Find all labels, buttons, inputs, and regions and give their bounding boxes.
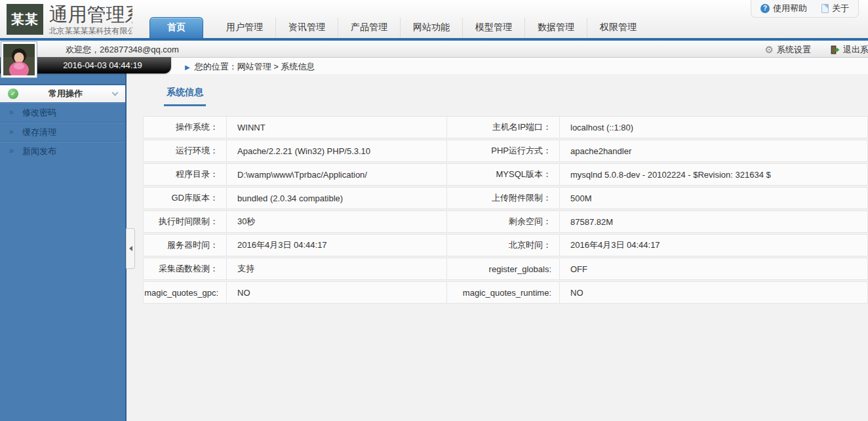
info-label: 服务器时间： (143, 234, 227, 256)
sidebar-item-label: 修改密码 (22, 108, 56, 117)
info-label: register_globals: (447, 258, 560, 280)
table-row: 操作系统： WINNT 主机名IP端口： localhost (::1:80) (143, 116, 868, 138)
avatar-image (3, 44, 35, 75)
tab-permission-management[interactable]: 权限管理 (587, 18, 649, 38)
system-info-table: 操作系统： WINNT 主机名IP端口： localhost (::1:80) … (143, 115, 868, 305)
sidebar-item-change-password[interactable]: » 修改密码 (0, 103, 125, 122)
sidebar-collapse-handle[interactable] (126, 228, 135, 269)
table-row: 执行时间限制： 30秒 剩余空间： 87587.82M (143, 210, 868, 233)
user-bar: 欢迎您，262877348@qq.com ⚙ 系统设置 退出系统 (0, 41, 868, 58)
sidebar-section-common-operations[interactable]: ✓ 常用操作 (0, 84, 125, 103)
collapse-arrow-icon (129, 246, 132, 251)
info-label: GD库版本： (143, 187, 227, 209)
table-row: 程序目录： D:\wamp\www\Tprbac/Application/ MY… (143, 163, 868, 186)
company-subtitle: 北京某某某某科技有限公司 (49, 26, 132, 37)
info-value: NO (560, 281, 868, 304)
help-button[interactable]: ? 使用帮助 (760, 3, 807, 14)
info-label: 主机名IP端口： (447, 116, 560, 138)
gear-icon: ⚙ (765, 45, 774, 54)
info-label: 执行时间限制： (143, 210, 227, 233)
info-label: 采集函数检测： (143, 258, 227, 280)
chevron-down-icon (112, 89, 119, 96)
tab-data-management[interactable]: 数据管理 (525, 18, 587, 38)
info-value: 2016年4月3日 04:44:17 (560, 234, 868, 256)
info-value: 支持 (227, 258, 447, 280)
tab-model-management[interactable]: 模型管理 (463, 18, 525, 38)
breadcrumb-arrow-icon: ▶ (185, 64, 190, 71)
info-value: 30秒 (227, 210, 447, 233)
breadcrumb: ▶您的位置：网站管理 > 系统信息 (185, 58, 315, 76)
sidebar-item-label: 缓存清理 (22, 127, 56, 137)
info-value: D:\wamp\www\Tprbac/Application/ (227, 163, 447, 186)
system-settings-button[interactable]: ⚙ 系统设置 (765, 44, 811, 56)
info-label: 北京时间： (447, 234, 560, 256)
info-value: 500M (560, 187, 868, 209)
info-value: OFF (560, 258, 868, 280)
info-label: MYSQL版本： (447, 163, 560, 186)
sidebar: ✓ 常用操作 » 修改密码 » 缓存清理 » 新闻发布 (0, 73, 127, 421)
info-label: 操作系统： (143, 116, 227, 138)
info-label: 剩余空间： (447, 210, 560, 233)
settings-label: 系统设置 (777, 44, 811, 56)
table-row: 服务器时间： 2016年4月3日 04:44:17 北京时间： 2016年4月3… (143, 234, 868, 256)
info-value: mysqlnd 5.0.8-dev - 20102224 - $Revision… (560, 163, 868, 186)
sidebar-items: » 修改密码 » 缓存清理 » 新闻发布 (0, 103, 125, 160)
sidebar-item-clear-cache[interactable]: » 缓存清理 (0, 122, 125, 141)
table-row: magic_quotes_gpc: NO magic_quotes_runtim… (143, 281, 868, 304)
info-value: NO (227, 281, 447, 304)
check-circle-icon: ✓ (8, 89, 18, 99)
about-button[interactable]: 关于 (821, 3, 849, 14)
info-value: apache2handler (560, 140, 868, 162)
user-actions: ⚙ 系统设置 退出系统 (765, 41, 868, 58)
tab-system-info[interactable]: 系统信息 (164, 87, 206, 106)
main-content: 系统信息 操作系统： WINNT 主机名IP端口： localhost (::1… (128, 74, 868, 421)
help-box: ? 使用帮助 关于 (751, 0, 859, 18)
info-value: WINNT (227, 116, 447, 138)
info-value: 87587.82M (560, 210, 868, 233)
sidebar-section-title: 常用操作 (18, 88, 113, 100)
main-nav: 首页 用户管理 资讯管理 产品管理 网站功能 模型管理 数据管理 权限管理 (149, 17, 649, 38)
info-value: bundled (2.0.34 compatible) (227, 187, 447, 209)
brand-logo: 某某 (7, 4, 43, 35)
info-label: 运行环境： (143, 140, 227, 162)
avatar[interactable] (1, 42, 37, 77)
table-row: 运行环境： Apache/2.2.21 (Win32) PHP/5.3.10 P… (143, 140, 868, 162)
info-value: localhost (::1:80) (560, 116, 868, 138)
logout-label: 退出系统 (843, 44, 868, 56)
info-value: Apache/2.2.21 (Win32) PHP/5.3.10 (227, 140, 447, 162)
brand: 某某 通用管理系统 北京某某某某科技有限公司 (7, 4, 132, 38)
arrow-icon: » (9, 103, 14, 122)
info-value: 2016年4月3日 04:44:17 (227, 234, 447, 256)
breadcrumb-text: 您的位置：网站管理 > 系统信息 (195, 62, 315, 71)
tab-home[interactable]: 首页 (149, 17, 203, 38)
info-label: 程序目录： (143, 163, 227, 186)
question-icon: ? (760, 4, 770, 13)
info-label: magic_quotes_gpc: (143, 281, 227, 304)
document-icon (821, 4, 829, 13)
welcome-text: 欢迎您，262877348@qq.com (66, 41, 179, 58)
table-row: 采集函数检测： 支持 register_globals: OFF (143, 258, 868, 280)
logout-icon (831, 45, 840, 54)
table-row: GD库版本： bundled (2.0.34 compatible) 上传附件限… (143, 187, 868, 209)
about-label: 关于 (832, 3, 849, 14)
info-label: PHP运行方式： (447, 140, 560, 162)
help-label: 使用帮助 (773, 3, 807, 14)
sidebar-item-label: 新闻发布 (22, 146, 56, 156)
app-title: 通用管理系统 (49, 4, 132, 25)
tab-news-management[interactable]: 资讯管理 (276, 18, 338, 38)
arrow-icon: » (9, 123, 14, 142)
info-label: magic_quotes_runtime: (447, 281, 560, 304)
brand-text: 通用管理系统 北京某某某某科技有限公司 (49, 4, 132, 37)
sidebar-item-publish-news[interactable]: » 新闻发布 (0, 141, 125, 160)
info-label: 上传附件限制： (447, 187, 560, 209)
tab-user-management[interactable]: 用户管理 (214, 18, 276, 38)
tab-product-management[interactable]: 产品管理 (338, 18, 401, 38)
admin-screen: 某某 通用管理系统 北京某某某某科技有限公司 首页 用户管理 资讯管理 产品管理… (0, 0, 868, 421)
tab-site-functions[interactable]: 网站功能 (401, 18, 463, 38)
logout-button[interactable]: 退出系统 (831, 44, 868, 56)
arrow-icon: » (9, 142, 14, 161)
top-header: 某某 通用管理系统 北京某某某某科技有限公司 首页 用户管理 资讯管理 产品管理… (0, 0, 868, 38)
